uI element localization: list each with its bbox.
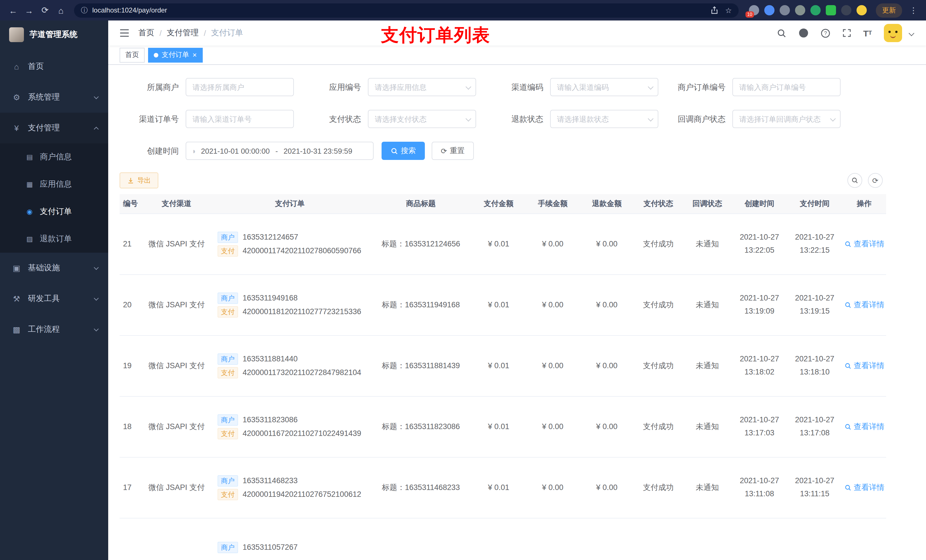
app-id-select[interactable] [368, 78, 476, 96]
merchant-order-no-input[interactable] [732, 78, 841, 96]
table-body: 21 微信 JSAPI 支付 商户 1635312124657 支付 42000… [120, 213, 886, 560]
view-detail-link[interactable]: 查看详情 [844, 361, 884, 371]
notify-status-select[interactable] [732, 110, 841, 128]
chevron-down-icon [94, 326, 99, 331]
view-detail-link[interactable]: 查看详情 [844, 239, 884, 249]
reset-button[interactable]: ⟳ 重置 [432, 142, 474, 160]
profile-emoji-icon[interactable] [856, 5, 867, 15]
channel-order-no-input[interactable] [186, 110, 294, 128]
breadcrumb-home[interactable]: 首页 [138, 28, 154, 38]
browser-update-button[interactable]: 更新 [876, 3, 902, 17]
font-size-icon[interactable]: TT [863, 29, 872, 37]
merchant-tag: 商户 [218, 475, 238, 486]
tab-pay-order[interactable]: 支付订单 × [148, 48, 203, 62]
fee-amount: ¥ 0.00 [542, 422, 563, 431]
sidebar-pay-section: ¥ 支付管理 ▤ 商户信息 ▦ 应用信息 ◉ 支付订单 [0, 113, 108, 253]
channel-tag: 支付 [218, 428, 238, 439]
refund-amount: ¥ 0.00 [596, 483, 617, 492]
sidebar-item-pay[interactable]: ¥ 支付管理 [0, 113, 108, 143]
table-row: 19 微信 JSAPI 支付 商户 1635311881440 支付 42000… [120, 335, 886, 396]
top-navbar: 首页 / 支付管理 / 支付订单 支付订单列表 ? [108, 21, 926, 45]
bookmark-star-icon[interactable]: ☆ [725, 6, 732, 15]
search-icon [844, 301, 851, 308]
browser-forward-button[interactable]: → [22, 3, 36, 18]
view-detail-link[interactable]: 查看详情 [844, 482, 884, 492]
sidebar-item-devtools[interactable]: ⚒ 研发工具 [0, 284, 108, 314]
screen: ← → ⟳ ⌂ ⓘ localhost:1024/pay/order ☆ 10 … [0, 0, 926, 560]
breadcrumb: 首页 / 支付管理 / 支付订单 [138, 28, 243, 38]
close-icon[interactable]: × [192, 51, 197, 59]
sidebar-item-home[interactable]: ⌂ 首页 [0, 51, 108, 82]
site-info-icon[interactable]: ⓘ [81, 5, 88, 15]
yen-icon: ¥ [11, 124, 22, 133]
fullscreen-icon[interactable] [842, 29, 851, 38]
export-button[interactable]: 导出 [120, 172, 158, 189]
extension-icon-3[interactable] [780, 5, 790, 15]
refund-amount: ¥ 0.00 [596, 361, 617, 370]
tools-icon: ⚒ [11, 294, 22, 303]
browser-url-bar[interactable]: ⓘ localhost:1024/pay/order ☆ [74, 3, 738, 17]
merchant-filter-input[interactable] [186, 78, 294, 96]
channel-code-select[interactable] [550, 78, 658, 96]
create-time-range-picker[interactable]: ◗ 2021-10-01 00:00:00 - 2021-10-31 23:59… [186, 142, 374, 160]
notify-status: 未通知 [696, 300, 719, 309]
chevron-down-icon[interactable] [909, 30, 914, 36]
merchant-tag: 商户 [218, 292, 238, 303]
extension-icon-4[interactable] [795, 5, 805, 15]
notify-status: 未通知 [696, 422, 719, 430]
github-icon[interactable] [798, 28, 808, 38]
extension-icon-5[interactable] [810, 5, 821, 15]
pay-status: 支付成功 [643, 300, 674, 309]
hamburger-icon[interactable] [120, 29, 129, 37]
app-title: 芋道管理系统 [30, 30, 77, 40]
fee-amount: ¥ 0.00 [542, 361, 563, 370]
sidebar-item-system[interactable]: ⚙ 系统管理 [0, 82, 108, 113]
tab-home[interactable]: 首页 [120, 48, 145, 62]
channel-order-no: 4200001174202110278060590766 [243, 246, 361, 255]
sidebar-item-merchant-info[interactable]: ▤ 商户信息 [0, 143, 108, 171]
help-icon[interactable]: ? [820, 28, 830, 38]
user-avatar[interactable] [884, 24, 902, 42]
monitor-icon: ▣ [11, 264, 22, 273]
fee-amount: ¥ 0.00 [542, 483, 563, 492]
extension-icon-6[interactable] [826, 5, 836, 15]
browser-reload-button[interactable]: ⟳ [38, 3, 52, 18]
document-icon: ▨ [25, 235, 34, 243]
refund-amount: ¥ 0.00 [596, 300, 617, 309]
extension-icon-1[interactable]: 10 [749, 5, 759, 15]
refresh-table-button[interactable]: ⟳ [868, 173, 883, 188]
sidebar-item-app-info[interactable]: ▦ 应用信息 [0, 171, 108, 198]
search-icon[interactable] [776, 28, 786, 38]
extension-pin-icon[interactable] [841, 5, 851, 15]
browser-menu-button[interactable]: ⋮ [906, 6, 920, 15]
channel-order-no: 4200001167202110271022491439 [243, 429, 361, 438]
goods-title: 标题：1635311881439 [382, 361, 460, 370]
table-row: 21 微信 JSAPI 支付 商户 1635312124657 支付 42000… [120, 213, 886, 274]
browser-chrome: ← → ⟳ ⌂ ⓘ localhost:1024/pay/order ☆ 10 … [0, 0, 926, 21]
chevron-down-icon [94, 296, 99, 300]
refund-status-select[interactable] [550, 110, 658, 128]
sidebar-item-workflow[interactable]: ▩ 工作流程 [0, 314, 108, 345]
view-detail-link[interactable]: 查看详情 [844, 421, 884, 432]
view-detail-link[interactable]: 查看详情 [844, 300, 884, 310]
share-icon[interactable] [711, 6, 719, 14]
pay-status-select[interactable] [368, 110, 476, 128]
extension-icon-2[interactable] [764, 5, 775, 15]
pay-amount: ¥ 0.01 [488, 422, 509, 431]
search-button[interactable]: 搜索 [381, 142, 425, 160]
pay-status: 支付成功 [643, 422, 674, 430]
notify-status: 未通知 [696, 239, 719, 248]
sidebar-item-pay-order[interactable]: ◉ 支付订单 [0, 198, 108, 225]
date-start-value: 2021-10-01 00:00:00 [201, 146, 270, 155]
browser-back-button[interactable]: ← [6, 3, 21, 18]
browser-home-button[interactable]: ⌂ [53, 3, 68, 18]
clock-icon: ◗ [192, 146, 197, 155]
toggle-search-button[interactable] [847, 173, 862, 188]
breadcrumb-pay[interactable]: 支付管理 [167, 28, 199, 38]
search-icon [844, 423, 851, 430]
page-content: 所属商户 应用编号 渠道编码 商户订单编号 [108, 65, 926, 560]
sidebar-item-refund-order[interactable]: ▨ 退款订单 [0, 225, 108, 253]
channel-tag: 支付 [218, 306, 238, 317]
refresh-icon: ⟳ [441, 146, 447, 155]
sidebar-item-infrastructure[interactable]: ▣ 基础设施 [0, 253, 108, 284]
